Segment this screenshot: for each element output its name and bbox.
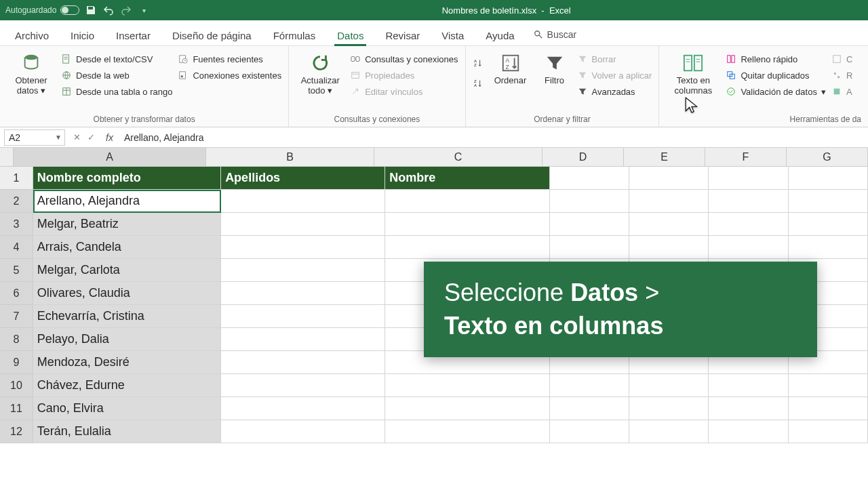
consolidate-button[interactable]: C: [831, 52, 852, 66]
tab-formulas[interactable]: Fórmulas: [264, 24, 326, 45]
data-cell[interactable]: [629, 213, 709, 236]
data-cell[interactable]: [789, 420, 868, 443]
data-cell[interactable]: [629, 374, 709, 397]
data-cell[interactable]: Terán, Eulalia: [33, 420, 221, 443]
data-cell[interactable]: [550, 397, 629, 420]
redo-icon[interactable]: [120, 4, 132, 16]
column-header-G[interactable]: G: [787, 148, 868, 167]
data-validation-button[interactable]: Validación de datos ▾: [726, 84, 826, 99]
column-header-E[interactable]: E: [624, 148, 705, 167]
queries-connections-button[interactable]: Consultas y conexiones: [350, 52, 458, 66]
data-cell[interactable]: [221, 282, 385, 305]
remove-duplicates-button[interactable]: Quitar duplicados: [726, 68, 826, 83]
data-cell[interactable]: [550, 190, 629, 213]
data-cell[interactable]: [629, 397, 709, 420]
data-cell[interactable]: [221, 213, 385, 236]
data-cell[interactable]: [385, 397, 549, 420]
data-cell[interactable]: [709, 236, 788, 259]
header-cell[interactable]: [550, 167, 629, 190]
data-cell[interactable]: [221, 236, 385, 259]
tab-home[interactable]: Inicio: [61, 24, 104, 45]
data-cell[interactable]: [550, 236, 629, 259]
sort-asc-button[interactable]: AZ: [473, 56, 484, 70]
data-cell[interactable]: [709, 213, 788, 236]
sort-button[interactable]: AZ Ordenar: [489, 49, 532, 86]
tab-page-layout[interactable]: Diseño de página: [163, 24, 261, 45]
fx-icon[interactable]: fx: [100, 132, 119, 143]
cancel-icon[interactable]: ✕: [73, 132, 81, 142]
header-cell[interactable]: Nombre: [385, 167, 549, 190]
get-data-button[interactable]: Obtener datos ▾: [7, 49, 56, 96]
row-header[interactable]: 1: [0, 167, 33, 190]
data-cell[interactable]: [221, 351, 385, 374]
column-header-A[interactable]: A: [14, 148, 206, 167]
sort-desc-button[interactable]: ZA: [473, 76, 484, 91]
autosave-toggle[interactable]: Autoguardado: [5, 5, 79, 15]
data-cell[interactable]: [221, 305, 385, 328]
data-cell[interactable]: [789, 374, 868, 397]
row-header[interactable]: 12: [0, 420, 33, 443]
data-cell[interactable]: [789, 190, 868, 213]
row-header[interactable]: 5: [0, 259, 33, 282]
data-cell[interactable]: [550, 420, 629, 443]
tab-file[interactable]: Archivo: [5, 24, 58, 45]
data-cell[interactable]: [709, 190, 788, 213]
relationships-button[interactable]: R: [831, 68, 852, 83]
data-cell[interactable]: [385, 420, 549, 443]
data-cell[interactable]: Echevarría, Cristina: [33, 305, 221, 328]
formula-input[interactable]: Arellano, Alejandra: [119, 132, 868, 143]
data-cell[interactable]: Mendoza, Desiré: [33, 351, 221, 374]
data-cell[interactable]: Melgar, Beatriz: [33, 213, 221, 236]
row-header[interactable]: 11: [0, 397, 33, 420]
header-cell[interactable]: Nombre completo: [33, 167, 221, 190]
data-cell[interactable]: Pelayo, Dalia: [33, 328, 221, 351]
data-cell[interactable]: Arrais, Candela: [33, 236, 221, 259]
tab-data[interactable]: Datos: [328, 24, 373, 45]
from-web-button[interactable]: Desde la web: [61, 68, 172, 83]
data-cell[interactable]: [221, 420, 385, 443]
search-box[interactable]: Buscar: [527, 24, 584, 45]
data-cell[interactable]: Chávez, Edurne: [33, 374, 221, 397]
data-cell[interactable]: Cano, Elvira: [33, 397, 221, 420]
row-header[interactable]: 9: [0, 351, 33, 374]
select-all-corner[interactable]: [0, 148, 14, 167]
data-cell[interactable]: [221, 259, 385, 282]
from-table-button[interactable]: Desde una tabla o rango: [61, 84, 172, 99]
undo-icon[interactable]: [102, 4, 115, 16]
manage-data-button[interactable]: A: [831, 84, 852, 99]
column-header-C[interactable]: C: [374, 148, 542, 167]
row-header[interactable]: 2: [0, 190, 33, 213]
data-cell[interactable]: [709, 420, 788, 443]
data-cell[interactable]: [385, 190, 549, 213]
data-cell[interactable]: [221, 328, 385, 351]
data-cell[interactable]: Arellano, Alejandra: [33, 190, 221, 213]
recent-sources-button[interactable]: Fuentes recientes: [178, 52, 281, 66]
data-cell[interactable]: [550, 374, 629, 397]
from-text-csv-button[interactable]: Desde el texto/CSV: [61, 52, 172, 66]
header-cell[interactable]: [629, 167, 709, 190]
header-cell[interactable]: [709, 167, 788, 190]
filter-button[interactable]: Filtro: [538, 49, 572, 86]
row-header[interactable]: 10: [0, 374, 33, 397]
data-cell[interactable]: [221, 397, 385, 420]
name-box[interactable]: A2▼: [4, 129, 65, 146]
data-cell[interactable]: [385, 374, 549, 397]
data-cell[interactable]: [629, 420, 709, 443]
row-header[interactable]: 3: [0, 213, 33, 236]
row-header[interactable]: 4: [0, 236, 33, 259]
data-cell[interactable]: [709, 374, 788, 397]
header-cell[interactable]: Apellidos: [221, 167, 385, 190]
data-cell[interactable]: [629, 236, 709, 259]
data-cell[interactable]: [385, 213, 549, 236]
row-header[interactable]: 6: [0, 282, 33, 305]
data-cell[interactable]: [789, 213, 868, 236]
data-cell[interactable]: [221, 190, 385, 213]
tab-view[interactable]: Vista: [432, 24, 473, 45]
save-icon[interactable]: [85, 4, 97, 16]
confirm-icon[interactable]: ✓: [87, 132, 95, 142]
column-header-B[interactable]: B: [206, 148, 374, 167]
header-cell[interactable]: [789, 167, 868, 190]
data-cell[interactable]: [789, 397, 868, 420]
tab-insert[interactable]: Insertar: [106, 24, 160, 45]
row-header[interactable]: 8: [0, 328, 33, 351]
